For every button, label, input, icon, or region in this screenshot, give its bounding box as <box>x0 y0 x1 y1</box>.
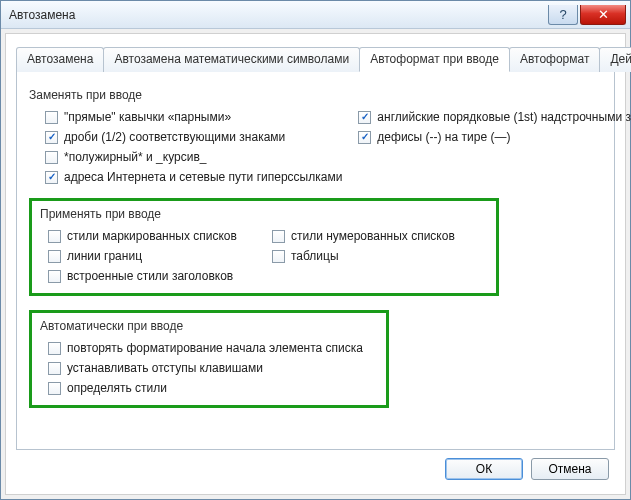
checkbox-tab-indent[interactable]: устанавливать отступы клавишами <box>40 361 378 375</box>
help-button[interactable]: ? <box>548 5 578 25</box>
group-apply: Применять при вводе стили маркированных … <box>29 198 499 296</box>
button-bar: ОК Отмена <box>16 450 615 486</box>
checkbox-icon <box>358 111 371 124</box>
checkbox-label: адреса Интернета и сетевые пути гиперссы… <box>64 170 342 184</box>
checkbox-label: устанавливать отступы клавишами <box>67 361 263 375</box>
checkbox-label: *полужирный* и _курсив_ <box>64 150 206 164</box>
checkbox-icon <box>48 250 61 263</box>
checkbox-bullet-styles[interactable]: стили маркированных списков <box>40 229 264 243</box>
window-buttons: ? ✕ <box>548 5 626 25</box>
group-label: Заменять при вводе <box>29 88 602 102</box>
checkbox-icon <box>48 342 61 355</box>
ok-button[interactable]: ОК <box>445 458 523 480</box>
checkbox-label: дефисы (--) на тире (—) <box>377 130 510 144</box>
group-label: Применять при вводе <box>40 207 488 221</box>
checkbox-repeat-format[interactable]: повторять форматирование начала элемента… <box>40 341 378 355</box>
checkbox-icon <box>48 382 61 395</box>
cancel-button[interactable]: Отмена <box>531 458 609 480</box>
checkbox-fractions[interactable]: дроби (1/2) соответствующими знаками <box>29 130 342 144</box>
checkbox-label: дроби (1/2) соответствующими знаками <box>64 130 285 144</box>
checkbox-icon <box>48 270 61 283</box>
checkbox-label: английские порядковые (1st) надстрочными… <box>377 110 631 124</box>
dialog-window: Автозамена ? ✕ Автозамена Автозамена мат… <box>0 0 631 500</box>
group-replace: Заменять при вводе "прямые" кавычки «пар… <box>29 84 602 184</box>
tab-actions[interactable]: Действия <box>599 47 631 72</box>
tab-label: Автозамена математическими символами <box>114 52 349 66</box>
close-button[interactable]: ✕ <box>580 5 626 25</box>
group-label: Автоматически при вводе <box>40 319 378 333</box>
checkbox-icon <box>45 151 58 164</box>
checkbox-straight-quotes[interactable]: "прямые" кавычки «парными» <box>29 110 342 124</box>
checkbox-label: повторять форматирование начала элемента… <box>67 341 363 355</box>
tab-label: Автоформат <box>520 52 590 66</box>
checkbox-hyperlinks[interactable]: адреса Интернета и сетевые пути гиперссы… <box>29 170 342 184</box>
checkbox-label: определять стили <box>67 381 167 395</box>
checkbox-label: таблицы <box>291 249 339 263</box>
checkbox-heading-styles[interactable]: встроенные стили заголовков <box>40 269 264 283</box>
checkbox-label: "прямые" кавычки «парными» <box>64 110 231 124</box>
tab-autocorrect[interactable]: Автозамена <box>16 47 104 72</box>
tab-autoformat-typing[interactable]: Автоформат при вводе <box>359 47 510 72</box>
tabs: Автозамена Автозамена математическими си… <box>16 46 615 72</box>
checkbox-icon <box>45 171 58 184</box>
titlebar: Автозамена ? ✕ <box>1 1 630 29</box>
checkbox-hyphens[interactable]: дефисы (--) на тире (—) <box>342 130 631 144</box>
checkbox-icon <box>272 230 285 243</box>
checkbox-label: линии границ <box>67 249 142 263</box>
checkbox-bold-italic[interactable]: *полужирный* и _курсив_ <box>29 150 342 164</box>
tab-autoformat[interactable]: Автоформат <box>509 47 601 72</box>
checkbox-icon <box>272 250 285 263</box>
checkbox-icon <box>358 131 371 144</box>
checkbox-label: стили маркированных списков <box>67 229 237 243</box>
checkbox-define-styles[interactable]: определять стили <box>40 381 378 395</box>
checkbox-label: встроенные стили заголовков <box>67 269 233 283</box>
checkbox-icon <box>45 111 58 124</box>
tab-label: Автоформат при вводе <box>370 52 499 66</box>
checkbox-numbered-styles[interactable]: стили нумерованных списков <box>264 229 488 243</box>
checkbox-label: стили нумерованных списков <box>291 229 455 243</box>
tab-math-autocorrect[interactable]: Автозамена математическими символами <box>103 47 360 72</box>
checkbox-icon <box>45 131 58 144</box>
window-title: Автозамена <box>9 8 75 22</box>
checkbox-border-lines[interactable]: линии границ <box>40 249 264 263</box>
tab-label: Действия <box>610 52 631 66</box>
checkbox-icon <box>48 362 61 375</box>
tab-label: Автозамена <box>27 52 93 66</box>
dialog-content: Автозамена Автозамена математическими си… <box>5 33 626 495</box>
checkbox-icon <box>48 230 61 243</box>
checkbox-ordinals[interactable]: английские порядковые (1st) надстрочными… <box>342 110 631 124</box>
checkbox-tables[interactable]: таблицы <box>264 249 488 263</box>
tab-panel: Заменять при вводе "прямые" кавычки «пар… <box>16 72 615 450</box>
group-auto: Автоматически при вводе повторять формат… <box>29 310 389 408</box>
